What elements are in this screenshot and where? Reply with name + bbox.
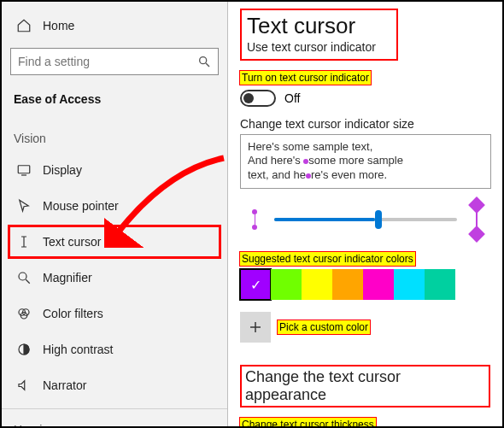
color-swatches: ✓ [240, 269, 490, 300]
size-slider-min-icon [240, 209, 269, 230]
svg-point-0 [200, 57, 207, 64]
svg-point-5 [19, 273, 26, 280]
pick-custom-label: Pick a custom color [278, 320, 370, 334]
color-filters-icon [14, 306, 34, 321]
home-icon [14, 18, 34, 33]
sidebar-divider [2, 408, 227, 409]
sidebar-item-display[interactable]: Display [2, 152, 227, 188]
title-highlight-box: Text cursor Use text cursor indicator [240, 9, 398, 61]
sidebar-item-high-contrast[interactable]: High contrast [2, 331, 227, 367]
sidebar-item-label: Magnifier [43, 271, 92, 284]
search-input[interactable] [11, 55, 190, 68]
check-icon: ✓ [250, 277, 261, 293]
appearance-title: Change the text cursor appearance [245, 368, 485, 404]
svg-line-1 [206, 63, 209, 67]
toggle-heading: Turn on text cursor indicator [240, 71, 371, 85]
page-title: Text cursor [247, 14, 391, 38]
sidebar-item-magnifier[interactable]: Magnifier [2, 260, 227, 296]
thickness-label: Change text cursor thickness [240, 418, 376, 426]
search-box[interactable] [10, 48, 219, 75]
mouse-pointer-icon [14, 198, 34, 214]
sidebar-item-label: High contrast [43, 343, 113, 356]
sidebar-item-label: Narrator [43, 378, 86, 392]
main-panel: Text cursor Use text cursor indicator Tu… [228, 2, 502, 426]
size-slider-max-icon [462, 199, 491, 240]
color-swatch[interactable] [363, 269, 394, 300]
size-label: Change text cursor indicator size [240, 117, 490, 131]
sample-text-box: Here's some sample text, And here's some… [240, 134, 491, 190]
page-subtitle: Use text cursor indicator [247, 40, 391, 54]
pick-custom-color-button[interactable] [240, 312, 271, 343]
sidebar-item-text-cursor[interactable]: Text cursor [7, 224, 222, 260]
sample-line: text, and he [248, 168, 306, 181]
nav-home[interactable]: Home [2, 9, 227, 43]
magnifier-icon [14, 270, 34, 285]
search-icon [190, 55, 218, 68]
sample-line: Here's some sample text, [248, 140, 372, 153]
vision-group-label: Vision [2, 113, 227, 152]
sidebar: Home Ease of Access Vision Display Mouse… [2, 2, 228, 426]
svg-line-6 [26, 279, 30, 284]
sidebar-item-label: Mouse pointer [43, 199, 119, 213]
sidebar-item-narrator[interactable]: Narrator [2, 367, 227, 403]
sidebar-item-mouse-pointer[interactable]: Mouse pointer [2, 188, 227, 224]
sample-line: re's even more. [311, 168, 387, 181]
sidebar-item-label: Color filters [43, 307, 103, 320]
swatches-heading: Suggested text cursor indicator colors [240, 252, 415, 266]
sample-line: And here's [248, 154, 303, 167]
sidebar-item-label: Display [43, 163, 82, 177]
hearing-group-label: Hearing [2, 414, 227, 426]
color-swatch[interactable] [394, 269, 425, 300]
color-swatch[interactable]: ✓ [240, 269, 271, 300]
size-slider[interactable] [274, 218, 457, 221]
color-swatch[interactable] [332, 269, 363, 300]
appearance-title-box: Change the text cursor appearance [240, 365, 490, 407]
nav-home-label: Home [43, 19, 74, 32]
narrator-icon [14, 378, 34, 393]
color-swatch[interactable] [425, 269, 455, 300]
sidebar-item-label: Text cursor [43, 235, 101, 249]
toggle-state-label: Off [284, 91, 300, 105]
text-cursor-icon [14, 234, 34, 249]
sidebar-item-color-filters[interactable]: Color filters [2, 296, 227, 331]
display-icon [14, 162, 34, 178]
svg-rect-2 [18, 166, 30, 173]
sample-line: some more sample [308, 154, 403, 167]
indicator-toggle[interactable] [240, 90, 276, 107]
section-title: Ease of Access [2, 84, 227, 113]
high-contrast-icon [14, 342, 34, 357]
size-slider-row [240, 199, 491, 240]
color-swatch[interactable] [302, 269, 332, 300]
color-swatch[interactable] [271, 269, 302, 300]
